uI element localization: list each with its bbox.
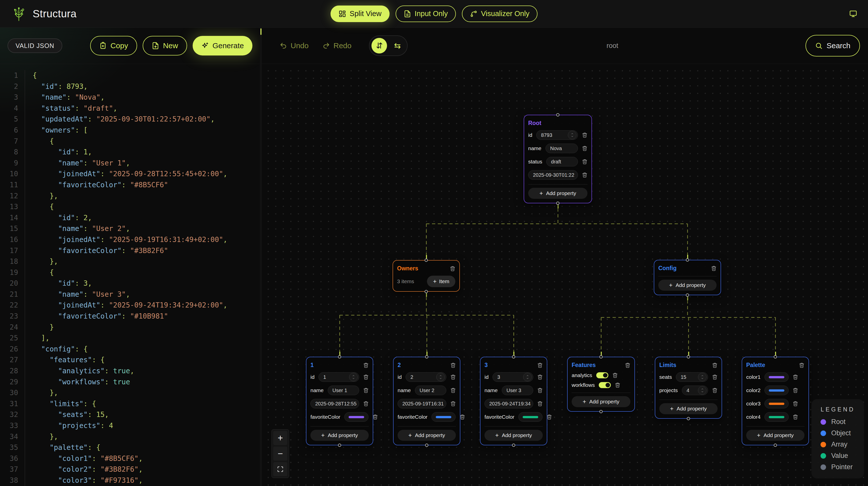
add-property-button[interactable]: +Add property (571, 396, 630, 407)
number-input[interactable]: 15 (676, 372, 708, 382)
stepper[interactable] (568, 131, 577, 139)
text-input[interactable]: draft (546, 157, 578, 166)
node-palette[interactable]: Palettecolor1color2color3color4+Add prop… (742, 357, 809, 445)
delete-field-button[interactable] (582, 172, 587, 178)
delete-node-button[interactable] (625, 362, 630, 368)
node-port-top[interactable] (338, 355, 341, 358)
zoom-out-button[interactable]: − (273, 447, 287, 461)
delete-node-button[interactable] (363, 362, 369, 368)
color-swatch[interactable] (344, 412, 368, 422)
tab-visualizer-only[interactable]: Visualizer Only (462, 5, 537, 22)
number-input[interactable]: 1 (318, 372, 359, 382)
delete-field-button[interactable] (547, 414, 552, 420)
stepper[interactable] (698, 386, 707, 395)
delete-node-button[interactable] (450, 266, 455, 271)
graph-canvas[interactable]: + − LEGEND Root Object Array (262, 64, 868, 486)
fit-view-button[interactable] (273, 462, 287, 476)
panel-resize-handle[interactable] (260, 28, 262, 486)
delete-field-button[interactable] (450, 388, 456, 393)
search-button[interactable]: Search (805, 35, 860, 57)
text-input[interactable]: User 1 (328, 386, 359, 395)
node-port-top[interactable] (425, 259, 428, 262)
node-n1[interactable]: 1id1nameUser 12025-09-28T12:55favoriteCo… (306, 357, 373, 445)
delete-field-button[interactable] (537, 401, 543, 407)
delete-field-button[interactable] (537, 374, 543, 380)
layout-vertical-button[interactable]: ⇵ (371, 38, 387, 54)
new-button[interactable]: New (143, 36, 187, 56)
color-swatch[interactable] (432, 412, 456, 422)
delete-node-button[interactable] (712, 362, 718, 368)
node-port-bottom[interactable] (512, 444, 516, 447)
node-port-bottom[interactable] (425, 290, 428, 293)
copy-button[interactable]: Copy (90, 36, 137, 56)
color-swatch[interactable] (765, 386, 788, 395)
number-input[interactable]: 4 (682, 386, 708, 395)
tab-split-view[interactable]: Split View (331, 5, 390, 22)
delete-field-button[interactable] (582, 145, 587, 151)
node-owners[interactable]: Owners3 items+Item (393, 260, 460, 292)
delete-field-button[interactable] (793, 388, 798, 393)
layout-horizontal-button[interactable]: ⇆ (390, 38, 405, 54)
number-input[interactable]: 8793 (536, 130, 578, 140)
display-mode-button[interactable] (849, 10, 857, 18)
node-port-top[interactable] (425, 355, 429, 358)
stepper[interactable] (523, 373, 532, 381)
node-port-top[interactable] (687, 355, 690, 358)
node-port-top[interactable] (686, 258, 689, 262)
delete-field-button[interactable] (363, 388, 369, 393)
add-property-button[interactable]: +Add property (310, 430, 369, 441)
add-property-button[interactable]: +Add property (658, 280, 717, 291)
color-swatch[interactable] (518, 412, 542, 422)
delete-field-button[interactable] (615, 382, 620, 388)
zoom-in-button[interactable]: + (273, 431, 287, 445)
node-port-bottom[interactable] (774, 444, 777, 447)
node-port-top[interactable] (599, 355, 603, 358)
delete-node-button[interactable] (711, 266, 717, 271)
undo-button[interactable]: Undo (280, 41, 309, 50)
delete-field-button[interactable] (537, 388, 543, 393)
color-swatch[interactable] (765, 412, 788, 422)
color-swatch[interactable] (765, 372, 788, 382)
json-code-editor[interactable]: 1{2 "id": 8793,3 "name": "Nova",4 "statu… (0, 64, 260, 486)
delete-field-button[interactable] (793, 401, 798, 407)
text-input[interactable]: Nova (546, 143, 578, 153)
delete-node-button[interactable] (537, 362, 543, 368)
add-property-button[interactable]: +Add property (398, 430, 456, 441)
node-port-bottom[interactable] (686, 293, 689, 297)
text-input[interactable]: User 2 (415, 386, 446, 395)
number-input[interactable]: 3 (493, 372, 533, 382)
stepper[interactable] (698, 373, 707, 381)
node-n2[interactable]: 2id2nameUser 22025-09-19T16:31favoriteCo… (393, 357, 460, 445)
delete-field-button[interactable] (363, 374, 369, 380)
delete-field-button[interactable] (582, 132, 587, 138)
node-port-top[interactable] (556, 113, 560, 117)
delete-field-button[interactable] (450, 401, 456, 407)
datetime-input[interactable]: 2025-09-24T19:34 (485, 399, 533, 409)
add-property-button[interactable]: +Add property (659, 403, 718, 414)
toggle-on[interactable] (596, 372, 608, 378)
add-property-button[interactable]: +Add property (528, 188, 587, 199)
color-swatch[interactable] (765, 399, 788, 409)
delete-field-button[interactable] (450, 374, 456, 380)
node-port-bottom[interactable] (687, 417, 690, 420)
text-input[interactable]: User 3 (502, 386, 533, 395)
redo-button[interactable]: Redo (322, 41, 352, 50)
add-property-button[interactable]: +Add property (746, 430, 804, 441)
node-port-top[interactable] (774, 355, 777, 358)
toggle-on[interactable] (599, 382, 611, 388)
generate-button[interactable]: Generate (193, 36, 252, 56)
node-root[interactable]: Rootid8793nameNovastatusdraft2025-09-30T… (524, 115, 592, 203)
node-port-bottom[interactable] (338, 444, 341, 447)
delete-field-button[interactable] (363, 401, 369, 407)
node-features[interactable]: Featuresanalyticsworkflows+Add property (567, 357, 635, 412)
datetime-input[interactable]: 2025-09-19T16:31 (398, 399, 446, 409)
stepper[interactable] (436, 373, 445, 381)
node-port-bottom[interactable] (556, 202, 560, 205)
node-n3[interactable]: 3id3nameUser 32025-09-24T19:34favoriteCo… (480, 357, 547, 445)
number-input[interactable]: 2 (406, 372, 446, 382)
datetime-input[interactable]: 2025-09-28T12:55 (310, 399, 359, 409)
node-port-bottom[interactable] (425, 444, 429, 447)
delete-field-button[interactable] (372, 414, 378, 420)
delete-field-button[interactable] (612, 372, 618, 378)
delete-field-button[interactable] (582, 159, 587, 164)
